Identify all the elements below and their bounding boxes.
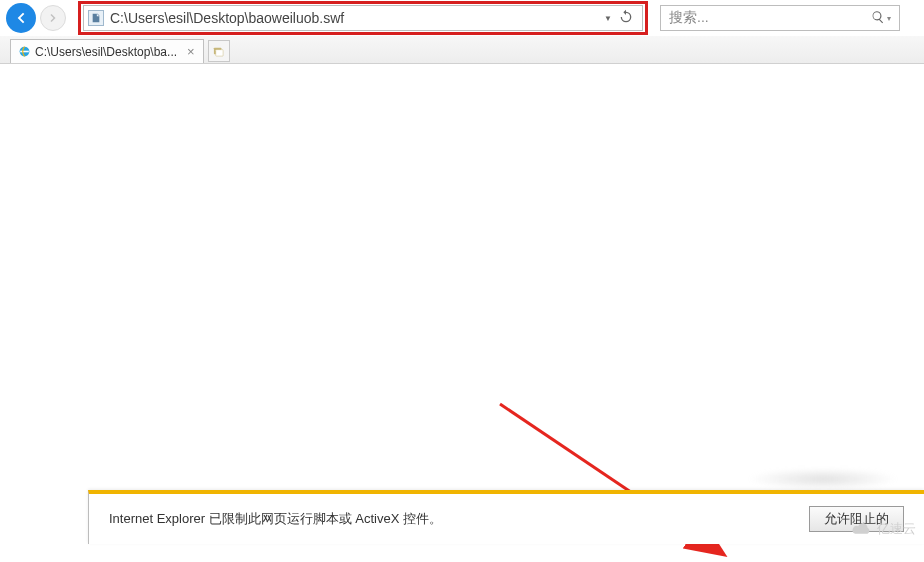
refresh-button[interactable] [618,9,634,28]
tab-bar: C:\Users\esil\Desktop\ba... × [0,36,924,64]
search-box[interactable]: 搜索... ▾ [660,5,900,31]
address-bar-highlight: ▼ [78,1,648,35]
chevron-down-icon[interactable]: ▼ [604,14,612,23]
search-dropdown-icon[interactable]: ▾ [887,14,891,23]
search-icon [871,10,885,24]
content-area: Internet Explorer 已限制此网页运行脚本或 ActiveX 控件… [0,64,924,544]
search-placeholder: 搜索... [669,9,871,27]
navigation-bar: ▼ 搜索... ▾ [0,0,924,36]
tab-title: C:\Users\esil\Desktop\ba... [35,45,177,59]
ie-icon [17,45,31,59]
svg-rect-2 [216,49,223,55]
address-controls: ▼ [596,9,638,28]
security-message: Internet Explorer 已限制此网页运行脚本或 ActiveX 控件… [109,510,809,528]
new-tab-button[interactable] [208,40,230,62]
close-tab-button[interactable]: × [185,44,197,59]
address-bar[interactable]: ▼ [83,5,643,31]
back-button[interactable] [6,3,36,33]
forward-arrow-icon [47,12,59,24]
search-button[interactable] [871,10,885,27]
blur-smudge [748,468,898,490]
forward-button[interactable] [40,5,66,31]
page-icon [88,10,104,26]
tab-active[interactable]: C:\Users\esil\Desktop\ba... × [10,39,204,63]
allow-blocked-content-button[interactable]: 允许阻止的 [809,506,904,532]
new-tab-icon [213,46,224,57]
back-arrow-icon [13,10,29,26]
activex-security-bar: Internet Explorer 已限制此网页运行脚本或 ActiveX 控件… [88,490,924,544]
address-input[interactable] [110,10,596,26]
refresh-icon [618,9,634,25]
